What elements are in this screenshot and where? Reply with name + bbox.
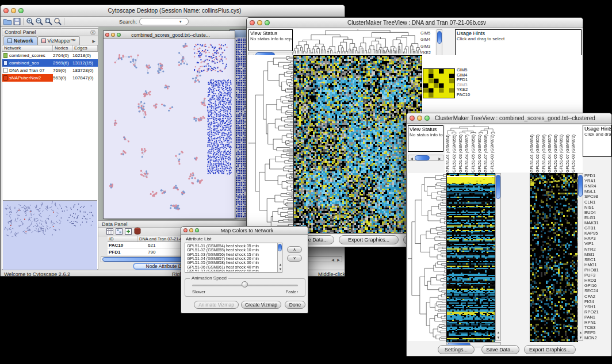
- gene-label[interactable]: NIS1: [584, 205, 611, 210]
- create-vizmap-button[interactable]: Create Vizmap: [241, 301, 281, 309]
- scroll-up-icon[interactable]: ▲: [578, 330, 583, 335]
- gene-label[interactable]: SPC98: [584, 194, 611, 199]
- treeview1-titlebar[interactable]: ClusterMaker TreeView : DNA and Tran 07-…: [247, 18, 583, 28]
- network-tree-row-selected[interactable]: combined_sco 2569(6) 13112(15): [2, 59, 98, 67]
- heatmap-canvas[interactable]: [293, 55, 422, 233]
- gene-label[interactable]: RNR4: [584, 183, 611, 189]
- create-attribute-icon[interactable]: [125, 227, 132, 237]
- search-dropdown-icon[interactable]: ▾: [179, 20, 182, 24]
- gene-label[interactable]: HAP3: [584, 236, 611, 241]
- speed-slider-thumb[interactable]: [242, 281, 248, 288]
- control-panel-close-icon[interactable]: ✕: [90, 30, 95, 35]
- attribute-item[interactable]: GPL51-01 (GSM854) heat shock 05 min: [186, 244, 277, 248]
- column-dendrogram-canvas[interactable]: [446, 125, 496, 134]
- attribute-listbox[interactable]: GPL51-01 (GSM854) heat shock 05 minGPL51…: [185, 243, 282, 273]
- animate-vizmap-button[interactable]: Animate Vizmap: [194, 301, 239, 309]
- move-down-button[interactable]: ∨: [287, 255, 302, 262]
- treeview2-titlebar[interactable]: ClusterMaker TreeView : combined_scores_…: [407, 113, 611, 124]
- gene-label[interactable]: FIG4: [584, 299, 611, 304]
- gene-label[interactable]: GTB1: [584, 225, 611, 231]
- zoom-selected-icon[interactable]: [53, 17, 62, 26]
- gene-label[interactable]: PHO81: [584, 267, 611, 273]
- attribute-item[interactable]: GPL51-04 (GSM857) heat shock 20 min: [186, 256, 277, 260]
- gene-label[interactable]: SEC1: [584, 257, 611, 262]
- gene-label[interactable]: RPO21: [584, 309, 611, 315]
- gene-label[interactable]: RPN1: [584, 320, 611, 325]
- hscrollbar[interactable]: ◀ ▶: [408, 155, 443, 161]
- gene-label[interactable]: VIP1: [584, 241, 611, 246]
- scroll-left-icon[interactable]: ◀: [330, 258, 335, 262]
- close-button[interactable]: [105, 33, 109, 37]
- search-input[interactable]: [141, 19, 179, 25]
- gene-label[interactable]: MAK31: [584, 220, 611, 225]
- settings-button[interactable]: Settings...: [438, 345, 475, 354]
- scrollbar-thumb[interactable]: [415, 155, 430, 160]
- zoom-button[interactable]: [18, 8, 24, 13]
- attribute-item[interactable]: GPL51-02 (GSM855) heat shock 10 min: [186, 248, 277, 252]
- zoom-button[interactable]: [265, 20, 270, 25]
- save-data-button[interactable]: Save Data...: [481, 345, 519, 354]
- select-attributes-icon[interactable]: [116, 227, 123, 237]
- scroll-right-icon[interactable]: ▶: [437, 156, 442, 161]
- list-vscrollbar[interactable]: ▲ ▼: [277, 243, 282, 272]
- minimize-button[interactable]: [111, 33, 115, 37]
- zoom-fit-icon[interactable]: [44, 17, 53, 26]
- scroll-down-icon[interactable]: ▼: [578, 335, 583, 340]
- tab-vizmapper[interactable]: VizMapper™: [37, 36, 80, 45]
- network-view-titlebar[interactable]: combined_scores_good.txt--cluste...: [104, 31, 235, 39]
- secondary-heatmap-canvas[interactable]: [530, 173, 578, 342]
- dialog-titlebar[interactable]: Map Colors to Network: [181, 227, 308, 235]
- gene-label[interactable]: PAN1: [584, 315, 611, 320]
- close-button[interactable]: [410, 116, 415, 121]
- gene-label[interactable]: PAC10: [457, 93, 480, 98]
- zoom-matrix-canvas[interactable]: [423, 68, 455, 98]
- scroll-right-icon[interactable]: ▶: [336, 258, 341, 262]
- close-button[interactable]: [3, 8, 9, 13]
- scrollbar-thumb[interactable]: [496, 175, 500, 199]
- heatmap-canvas[interactable]: [446, 173, 495, 342]
- gene-label[interactable]: SEC24: [584, 288, 611, 293]
- gene-label[interactable]: PFD1: [584, 173, 611, 178]
- row-dendrogram-canvas[interactable]: [248, 55, 293, 232]
- export-graphics-button[interactable]: Export Graphics...: [524, 345, 576, 354]
- scrollbar-thumb[interactable]: [578, 175, 583, 197]
- gene-label[interactable]: MSI1: [584, 252, 611, 257]
- gene-label[interactable]: MON2: [584, 335, 611, 340]
- col-header-network[interactable]: Network: [2, 45, 53, 51]
- zoom-button[interactable]: [117, 33, 121, 37]
- network-overview-canvas[interactable]: [3, 200, 97, 270]
- done-button[interactable]: Done: [285, 301, 305, 309]
- scroll-down-icon[interactable]: ▼: [278, 267, 282, 272]
- gene-label[interactable]: CLN1: [584, 200, 611, 205]
- tab-network[interactable]: Network: [3, 36, 37, 45]
- gene-label[interactable]: CPA2: [584, 294, 611, 299]
- tab-overflow-icon[interactable]: ▶: [93, 39, 97, 45]
- col-header-nodes[interactable]: Nodes: [53, 45, 72, 51]
- attribute-table-icon[interactable]: [106, 227, 113, 237]
- network-graph-canvas[interactable]: [104, 39, 235, 219]
- gene-label[interactable]: YRA1: [584, 178, 611, 183]
- minimize-button[interactable]: [11, 8, 16, 13]
- network-tree-row[interactable]: sNAPuberNov2 563(0) 107847(0): [2, 74, 98, 82]
- column-dendrogram-canvas[interactable]: [293, 29, 421, 53]
- close-button[interactable]: [250, 20, 255, 25]
- gene-label[interactable]: PEP5: [584, 330, 611, 335]
- zoom-button[interactable]: [195, 228, 199, 232]
- gene-label[interactable]: BUD4: [584, 210, 611, 215]
- network-tree-row[interactable]: DNA and Tran 07 769(0) 183728(0): [2, 67, 98, 74]
- zoom-in-icon[interactable]: [25, 17, 35, 26]
- gene-label[interactable]: MSL1: [584, 189, 611, 194]
- gene-label[interactable]: HMG1: [584, 262, 611, 267]
- attribute-item[interactable]: GPL51-03 (GSM856) heat shock 15 min: [186, 252, 277, 256]
- attribute-database-icon[interactable]: [134, 227, 141, 237]
- move-up-button[interactable]: ∧: [287, 246, 302, 253]
- gene-label[interactable]: KAP95: [584, 231, 611, 236]
- col-header-edges[interactable]: Edges: [72, 45, 98, 51]
- gene-label[interactable]: HRD3: [584, 278, 611, 283]
- zoom-out-icon[interactable]: [35, 17, 44, 26]
- minimize-button[interactable]: [417, 116, 422, 121]
- open-session-icon[interactable]: [3, 17, 12, 26]
- attribute-item[interactable]: GPL51-05 (GSM858) heat shock 30 min: [186, 260, 277, 265]
- scroll-up-icon[interactable]: ▲: [496, 330, 501, 335]
- scroll-down-icon[interactable]: ▼: [496, 335, 501, 340]
